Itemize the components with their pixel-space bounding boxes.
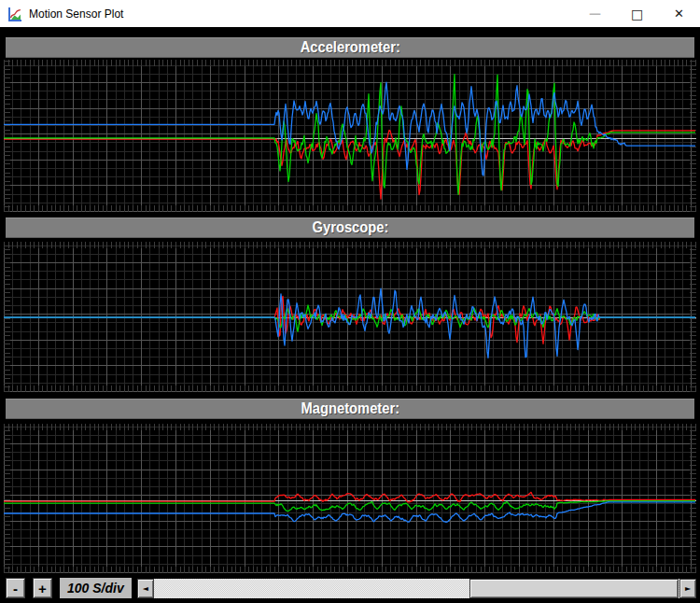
scroll-right-arrow-icon[interactable]: ► (679, 579, 696, 598)
scrollbar-track[interactable] (154, 579, 679, 598)
magnetometer-plot (4, 424, 696, 573)
scrollbar-thumb[interactable] (469, 579, 679, 598)
close-button[interactable]: ✕ (658, 0, 700, 27)
time-scale-label: 100 S/div (60, 578, 132, 598)
minimize-button[interactable]: — (574, 0, 616, 27)
magnetometer-title: Magnetometer: (301, 400, 399, 417)
accelerometer-title: Accelerometer: (300, 39, 399, 56)
magnetometer-trace-canvas (4, 424, 696, 573)
gyroscope-header: Gyroscope: (6, 217, 694, 238)
app-icon (7, 7, 22, 21)
bottom-toolbar: - + 100 S/div ◄ ► (0, 573, 700, 603)
accelerometer-plot (4, 60, 696, 212)
horizontal-scrollbar[interactable]: ◄ ► (137, 579, 696, 598)
window-title: Motion Sensor Plot (29, 7, 574, 21)
gyroscope-title: Gyroscope: (312, 219, 388, 236)
zoom-out-button[interactable]: - (6, 578, 25, 598)
gyroscope-trace-canvas (4, 242, 696, 392)
accelerometer-trace-canvas (4, 60, 696, 212)
maximize-button[interactable]: □ (616, 0, 658, 27)
gyroscope-plot (4, 242, 696, 392)
zoom-in-button[interactable]: + (33, 578, 52, 598)
panel-gyroscope: Gyroscope: (0, 217, 700, 392)
title-bar: Motion Sensor Plot — □ ✕ (0, 0, 700, 28)
magnetometer-header: Magnetometer: (6, 399, 694, 419)
accelerometer-header: Accelerometer: (6, 37, 694, 58)
app-window: Motion Sensor Plot — □ ✕ Accelerometer: … (0, 0, 700, 603)
panel-accelerometer: Accelerometer: (0, 37, 700, 212)
scroll-left-arrow-icon[interactable]: ◄ (137, 579, 154, 598)
panel-magnetometer: Magnetometer: (0, 399, 700, 573)
